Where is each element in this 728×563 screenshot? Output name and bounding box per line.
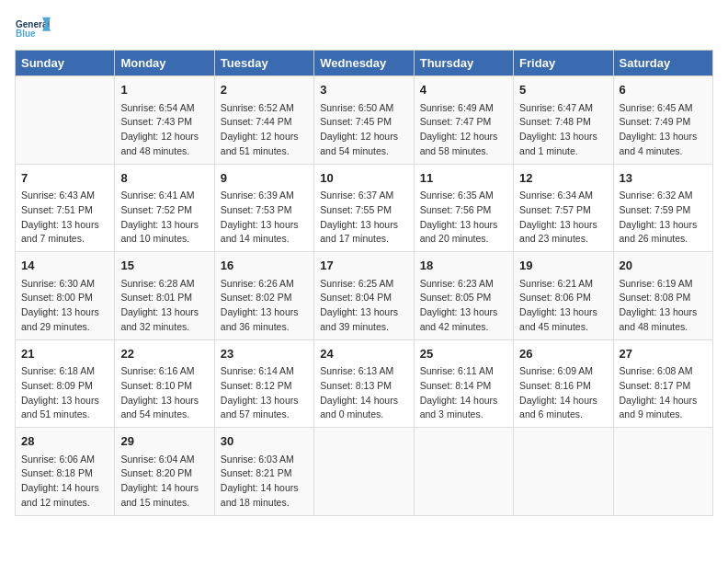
day-header-sunday: Sunday xyxy=(16,51,115,76)
day-number: 20 xyxy=(620,257,707,275)
calendar-cell: 9Sunrise: 6:39 AM Sunset: 7:53 PM Daylig… xyxy=(214,164,313,252)
day-content: Sunrise: 6:26 AM Sunset: 8:02 PM Dayligh… xyxy=(221,277,308,335)
week-row-2: 7Sunrise: 6:43 AM Sunset: 7:51 PM Daylig… xyxy=(16,164,713,252)
day-content: Sunrise: 6:30 AM Sunset: 8:00 PM Dayligh… xyxy=(21,277,108,335)
calendar-cell: 23Sunrise: 6:14 AM Sunset: 8:12 PM Dayli… xyxy=(214,339,313,428)
day-number: 4 xyxy=(420,81,507,99)
day-content: Sunrise: 6:13 AM Sunset: 8:13 PM Dayligh… xyxy=(320,364,407,422)
calendar-cell: 4Sunrise: 6:49 AM Sunset: 7:47 PM Daylig… xyxy=(414,76,513,165)
day-number: 3 xyxy=(320,81,407,99)
day-number: 15 xyxy=(120,257,208,275)
day-content: Sunrise: 6:16 AM Sunset: 8:10 PM Dayligh… xyxy=(120,364,208,422)
day-content: Sunrise: 6:23 AM Sunset: 8:05 PM Dayligh… xyxy=(420,277,507,335)
day-content: Sunrise: 6:50 AM Sunset: 7:45 PM Dayligh… xyxy=(320,101,407,159)
calendar-cell: 19Sunrise: 6:21 AM Sunset: 8:06 PM Dayli… xyxy=(514,252,613,340)
week-row-1: 1Sunrise: 6:54 AM Sunset: 7:43 PM Daylig… xyxy=(16,76,713,165)
calendar-cell xyxy=(414,428,513,516)
day-number: 28 xyxy=(21,432,108,451)
calendar-cell: 24Sunrise: 6:13 AM Sunset: 8:13 PM Dayli… xyxy=(314,339,414,428)
day-number: 12 xyxy=(519,169,607,188)
week-row-3: 14Sunrise: 6:30 AM Sunset: 8:00 PM Dayli… xyxy=(16,252,713,340)
day-number: 5 xyxy=(519,81,607,99)
calendar-cell: 21Sunrise: 6:18 AM Sunset: 8:09 PM Dayli… xyxy=(16,339,115,428)
calendar-cell: 6Sunrise: 6:45 AM Sunset: 7:49 PM Daylig… xyxy=(613,76,712,165)
calendar-header-row: SundayMondayTuesdayWednesdayThursdayFrid… xyxy=(16,51,713,76)
day-content: Sunrise: 6:03 AM Sunset: 8:21 PM Dayligh… xyxy=(221,453,308,511)
day-content: Sunrise: 6:47 AM Sunset: 7:48 PM Dayligh… xyxy=(519,101,607,159)
day-content: Sunrise: 6:08 AM Sunset: 8:17 PM Dayligh… xyxy=(620,364,707,422)
day-number: 17 xyxy=(320,257,407,275)
calendar-cell xyxy=(613,428,712,516)
calendar-cell: 29Sunrise: 6:04 AM Sunset: 8:20 PM Dayli… xyxy=(115,428,214,516)
day-number: 9 xyxy=(221,169,308,188)
day-content: Sunrise: 6:49 AM Sunset: 7:47 PM Dayligh… xyxy=(420,101,507,159)
day-content: Sunrise: 6:34 AM Sunset: 7:57 PM Dayligh… xyxy=(519,189,607,247)
calendar-cell: 3Sunrise: 6:50 AM Sunset: 7:45 PM Daylig… xyxy=(314,76,414,165)
calendar-cell: 12Sunrise: 6:34 AM Sunset: 7:57 PM Dayli… xyxy=(514,164,613,252)
calendar-cell: 22Sunrise: 6:16 AM Sunset: 8:10 PM Dayli… xyxy=(115,339,214,428)
calendar-cell: 20Sunrise: 6:19 AM Sunset: 8:08 PM Dayli… xyxy=(613,252,712,340)
day-content: Sunrise: 6:35 AM Sunset: 7:56 PM Dayligh… xyxy=(420,189,507,247)
day-number: 18 xyxy=(420,257,507,275)
day-content: Sunrise: 6:45 AM Sunset: 7:49 PM Dayligh… xyxy=(620,101,707,159)
day-number: 16 xyxy=(221,257,308,275)
calendar-cell: 30Sunrise: 6:03 AM Sunset: 8:21 PM Dayli… xyxy=(214,428,313,516)
day-number: 27 xyxy=(620,345,707,363)
calendar-cell: 8Sunrise: 6:41 AM Sunset: 7:52 PM Daylig… xyxy=(115,164,214,252)
day-content: Sunrise: 6:37 AM Sunset: 7:55 PM Dayligh… xyxy=(320,189,407,247)
day-header-friday: Friday xyxy=(514,51,613,76)
calendar-cell: 7Sunrise: 6:43 AM Sunset: 7:51 PM Daylig… xyxy=(16,164,115,252)
day-number: 14 xyxy=(21,257,108,275)
calendar-cell: 1Sunrise: 6:54 AM Sunset: 7:43 PM Daylig… xyxy=(115,76,214,165)
calendar-cell: 10Sunrise: 6:37 AM Sunset: 7:55 PM Dayli… xyxy=(314,164,414,252)
calendar-cell: 18Sunrise: 6:23 AM Sunset: 8:05 PM Dayli… xyxy=(414,252,513,340)
calendar-cell: 2Sunrise: 6:52 AM Sunset: 7:44 PM Daylig… xyxy=(214,76,313,165)
day-number: 7 xyxy=(21,169,108,188)
day-number: 13 xyxy=(620,169,707,188)
day-number: 6 xyxy=(620,81,707,99)
day-number: 25 xyxy=(420,345,507,363)
day-header-thursday: Thursday xyxy=(414,51,513,76)
day-number: 22 xyxy=(120,345,208,363)
calendar-cell: 13Sunrise: 6:32 AM Sunset: 7:59 PM Dayli… xyxy=(613,164,712,252)
day-number: 29 xyxy=(120,432,208,451)
day-content: Sunrise: 6:06 AM Sunset: 8:18 PM Dayligh… xyxy=(21,453,108,511)
day-header-saturday: Saturday xyxy=(613,51,712,76)
day-content: Sunrise: 6:32 AM Sunset: 7:59 PM Dayligh… xyxy=(620,189,707,247)
calendar-cell: 26Sunrise: 6:09 AM Sunset: 8:16 PM Dayli… xyxy=(514,339,613,428)
calendar-cell: 11Sunrise: 6:35 AM Sunset: 7:56 PM Dayli… xyxy=(414,164,513,252)
day-number: 1 xyxy=(120,81,208,99)
day-content: Sunrise: 6:52 AM Sunset: 7:44 PM Dayligh… xyxy=(221,101,308,159)
logo: General Blue xyxy=(15,15,51,42)
day-header-tuesday: Tuesday xyxy=(214,51,313,76)
day-number: 26 xyxy=(519,345,607,363)
svg-text:Blue: Blue xyxy=(16,29,36,39)
calendar-cell: 28Sunrise: 6:06 AM Sunset: 8:18 PM Dayli… xyxy=(16,428,115,516)
calendar-cell xyxy=(16,76,115,165)
day-content: Sunrise: 6:11 AM Sunset: 8:14 PM Dayligh… xyxy=(420,364,507,422)
calendar-cell: 15Sunrise: 6:28 AM Sunset: 8:01 PM Dayli… xyxy=(115,252,214,340)
week-row-4: 21Sunrise: 6:18 AM Sunset: 8:09 PM Dayli… xyxy=(16,339,713,428)
day-number: 8 xyxy=(120,169,208,188)
calendar-cell: 27Sunrise: 6:08 AM Sunset: 8:17 PM Dayli… xyxy=(613,339,712,428)
week-row-5: 28Sunrise: 6:06 AM Sunset: 8:18 PM Dayli… xyxy=(16,428,713,516)
day-number: 24 xyxy=(320,345,407,363)
calendar-cell: 5Sunrise: 6:47 AM Sunset: 7:48 PM Daylig… xyxy=(514,76,613,165)
day-number: 30 xyxy=(221,432,308,451)
day-content: Sunrise: 6:28 AM Sunset: 8:01 PM Dayligh… xyxy=(120,277,208,335)
calendar-table: SundayMondayTuesdayWednesdayThursdayFrid… xyxy=(15,50,713,516)
calendar-cell: 14Sunrise: 6:30 AM Sunset: 8:00 PM Dayli… xyxy=(16,252,115,340)
day-content: Sunrise: 6:41 AM Sunset: 7:52 PM Dayligh… xyxy=(120,189,208,247)
day-number: 21 xyxy=(21,345,108,363)
page-header: General Blue xyxy=(15,15,713,42)
day-number: 10 xyxy=(320,169,407,188)
day-content: Sunrise: 6:04 AM Sunset: 8:20 PM Dayligh… xyxy=(120,453,208,511)
day-content: Sunrise: 6:09 AM Sunset: 8:16 PM Dayligh… xyxy=(519,364,607,422)
day-number: 19 xyxy=(519,257,607,275)
calendar-cell: 16Sunrise: 6:26 AM Sunset: 8:02 PM Dayli… xyxy=(214,252,313,340)
calendar-cell: 17Sunrise: 6:25 AM Sunset: 8:04 PM Dayli… xyxy=(314,252,414,340)
calendar-cell xyxy=(314,428,414,516)
day-content: Sunrise: 6:25 AM Sunset: 8:04 PM Dayligh… xyxy=(320,277,407,335)
day-header-wednesday: Wednesday xyxy=(314,51,414,76)
day-content: Sunrise: 6:39 AM Sunset: 7:53 PM Dayligh… xyxy=(221,189,308,247)
